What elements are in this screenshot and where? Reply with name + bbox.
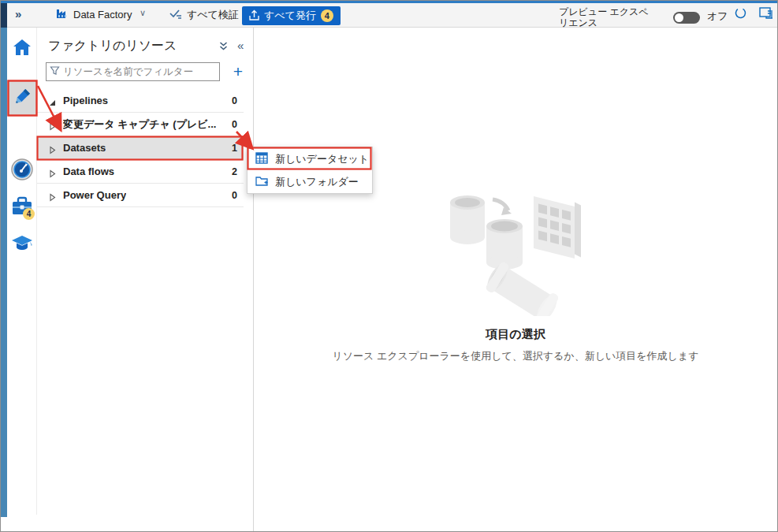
- refresh-icon[interactable]: [734, 6, 748, 20]
- left-edge-strip: [1, 3, 7, 517]
- product-label: Data Factory: [73, 9, 132, 20]
- menu-item-new-folder[interactable]: 新しいフォルダー: [248, 170, 372, 193]
- product-chevron-down-icon[interactable]: ∨: [140, 8, 146, 18]
- graduation-cap-icon: [11, 233, 33, 255]
- publish-all-button[interactable]: すべて発行 4: [242, 6, 341, 25]
- topbar: » Data Factory ∨ すべて検証 すべて発行 4 プレビュー エクス…: [7, 3, 777, 28]
- datasets-context-menu: 新しいデータセット 新しいフォルダー: [247, 147, 373, 194]
- publish-count-badge: 4: [321, 9, 333, 22]
- tree-item-change-data-capture[interactable]: 変更データ キャプチャ (プレビ... 0: [37, 113, 244, 136]
- monitor-gauge-icon: [10, 158, 34, 184]
- validate-all-icon: [169, 9, 182, 22]
- sidebar-item-learning-center[interactable]: [7, 229, 37, 259]
- edit-pencil-icon: [11, 86, 33, 111]
- main-canvas: 項目の選択 リソース エクスプローラーを使用して、選択するか、新しい項目を作成し…: [254, 28, 777, 531]
- product-switcher[interactable]: Data Factory: [56, 8, 132, 21]
- collapse-panel-chevron-icon[interactable]: «: [237, 39, 244, 52]
- add-resource-button[interactable]: +: [228, 62, 248, 81]
- validate-all-label: すべて検証: [187, 8, 239, 22]
- datasets-illustration: [441, 188, 598, 319]
- collapsed-triangle-icon[interactable]: [48, 191, 58, 200]
- manage-count-badge: 4: [23, 208, 35, 220]
- tree-item-pipelines[interactable]: Pipelines 0: [37, 89, 244, 113]
- tree-item-datasets[interactable]: Datasets 1: [37, 136, 244, 160]
- preview-experience-toggle[interactable]: [673, 12, 700, 24]
- data-factory-window: » Data Factory ∨ すべて検証 すべて発行 4 プレビュー エクス…: [0, 0, 778, 532]
- expanded-triangle-icon[interactable]: [48, 96, 58, 106]
- left-nav-sidebar: 4: [7, 28, 37, 515]
- collapsed-triangle-icon[interactable]: [48, 120, 58, 129]
- resource-tree: Pipelines 0 変更データ キャプチャ (プレビ... 0 Datase…: [37, 89, 244, 207]
- empty-state-title: 項目の選択: [254, 327, 777, 342]
- sidebar-item-home[interactable]: [7, 34, 37, 64]
- publish-all-label: すべて発行: [264, 9, 316, 23]
- toggle-knob: [675, 13, 683, 22]
- empty-state-subtitle: リソース エクスプローラーを使用して、選択するか、新しい項目を作成します: [254, 349, 777, 363]
- resource-filter-box: [46, 62, 220, 81]
- sidebar-item-monitor[interactable]: [7, 156, 37, 186]
- new-folder-icon: [255, 175, 268, 188]
- expand-sidebar-chevron[interactable]: »: [15, 7, 21, 20]
- tree-item-data-flows[interactable]: Data flows 2: [37, 160, 244, 184]
- sidebar-item-manage[interactable]: 4: [7, 193, 37, 223]
- validate-all-button[interactable]: すべて検証: [169, 8, 239, 22]
- menu-item-new-dataset[interactable]: 新しいデータセット: [248, 147, 372, 170]
- collapsed-triangle-icon[interactable]: [48, 143, 58, 153]
- sidebar-item-author[interactable]: [7, 80, 37, 116]
- publish-icon: [249, 9, 259, 23]
- new-dataset-table-icon: [255, 152, 268, 166]
- factory-resources-panel: ファクトリのリソース « + Pipelines 0: [37, 28, 254, 531]
- toggle-state-label: オフ: [707, 9, 728, 24]
- preview-experience-label: プレビュー エクスペリエンス: [559, 6, 652, 28]
- feedback-icon[interactable]: [759, 6, 773, 20]
- collapsed-triangle-icon[interactable]: [48, 167, 58, 177]
- panel-title: ファクトリのリソース: [48, 38, 177, 54]
- resource-filter-input[interactable]: [63, 66, 205, 77]
- home-icon: [12, 38, 32, 60]
- tree-item-power-query[interactable]: Power Query 0: [37, 184, 244, 207]
- left-edge-strip-top: [1, 3, 7, 28]
- data-factory-icon: [56, 8, 69, 21]
- filter-funnel-icon: [50, 65, 60, 79]
- collapse-all-chevron-icon[interactable]: [218, 40, 229, 54]
